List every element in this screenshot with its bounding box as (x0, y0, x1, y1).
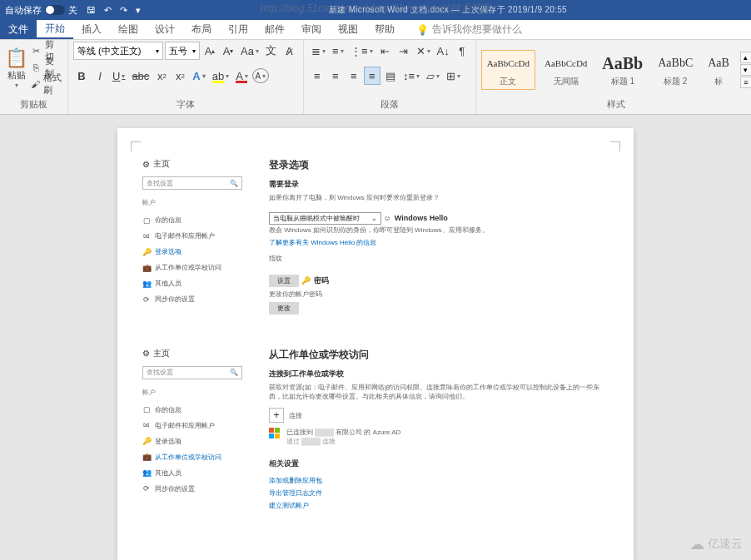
settings-search[interactable]: 查找设置🔍 (142, 176, 242, 190)
enclose-char-button[interactable]: A (252, 68, 269, 83)
settings-search[interactable]: 查找设置🔍 (142, 366, 242, 379)
font-color-button[interactable]: A (233, 67, 251, 85)
nav-sync-settings[interactable]: ⟳同步你的设置 (142, 481, 251, 497)
related-link-1[interactable]: 添加或删除应用包 (269, 476, 322, 485)
superscript-button[interactable]: x2 (172, 67, 188, 85)
scroll-down-icon[interactable]: ▾ (740, 64, 751, 76)
tell-me-input[interactable]: 💡告诉我你想要做什么 (408, 20, 530, 39)
sort-button[interactable]: A↓ (435, 42, 452, 60)
text-effects-button[interactable]: A (190, 67, 207, 85)
chevron-down-icon: ▾ (192, 47, 196, 55)
related-settings-heading: 相关设置 (269, 458, 609, 469)
connected-label: 已连接到 (286, 429, 313, 436)
distribute-button[interactable]: ▤ (382, 67, 399, 85)
group-styles: AaBbCcDd正文 AaBbCcDd无间隔 AaBb标题 1 AaBbC标题 … (476, 40, 751, 114)
tab-insert[interactable]: 插入 (73, 20, 110, 39)
connected-account-row[interactable]: 已连接到 ████ 有限公司 的 Azure AD 通过 ████ 连接 (269, 428, 609, 446)
tab-help[interactable]: 帮助 (366, 20, 403, 39)
nav-access-work[interactable]: 💼从工作单位或学校访问 (142, 260, 251, 275)
nav-your-info[interactable]: ▢你的信息 (142, 402, 251, 418)
line-spacing-button[interactable]: ↕≡ (400, 67, 422, 85)
redo-icon[interactable]: ↷ (116, 5, 132, 16)
align-right-button[interactable]: ≡ (346, 67, 362, 85)
fingerprint-setup-button[interactable]: 设置 (269, 275, 299, 287)
style-normal[interactable]: AaBbCcDd正文 (481, 50, 535, 90)
require-signin-select[interactable]: 当电脑从睡眠模式中被唤醒时⌄ (269, 212, 381, 225)
tab-references[interactable]: 引用 (220, 20, 256, 39)
document-area[interactable]: ⚙主页 查找设置🔍 帐户 ▢你的信息 ✉电子邮件和应用帐户 🔑登录选项 💼从工作… (0, 115, 751, 560)
undo-icon[interactable]: ↶ (100, 5, 116, 16)
highlight-button[interactable]: ab (210, 67, 231, 85)
font-family-select[interactable]: 等线 (中文正文)▾ (73, 42, 163, 60)
person-icon: ▢ (142, 405, 151, 414)
tab-mailings[interactable]: 邮件 (256, 20, 293, 39)
style-title[interactable]: AaB标 (702, 50, 735, 90)
tab-view[interactable]: 视图 (330, 20, 366, 39)
hello-learn-more-link[interactable]: 了解更多有关 Windows Hello 的信息 (269, 238, 376, 247)
nav-your-info[interactable]: ▢你的信息 (142, 212, 251, 228)
bold-button[interactable]: B (73, 67, 90, 85)
align-left-button[interactable]: ≡ (309, 67, 326, 85)
nav-access-work[interactable]: 💼从工作单位或学校访问 (142, 449, 251, 465)
scroll-up-icon[interactable]: ▴ (740, 52, 751, 63)
italic-button[interactable]: I (92, 67, 108, 85)
change-case-button[interactable]: Aa (238, 42, 261, 60)
related-link-3[interactable]: 建立测试帐户 (269, 501, 309, 510)
show-marks-button[interactable]: ¶ (454, 42, 470, 60)
tab-home[interactable]: 开始 (37, 20, 73, 39)
home-label: 主页 (153, 158, 170, 170)
nav-label: 登录选项 (155, 437, 182, 446)
nav-sync-settings[interactable]: ⟳同步你的设置 (142, 291, 251, 307)
expand-gallery-icon[interactable]: ≡ (740, 77, 751, 88)
autosave-toggle[interactable]: 自动保存 关 (0, 4, 82, 17)
increase-indent-button[interactable]: ⇥ (395, 42, 412, 60)
nav-other-users[interactable]: 👥其他人员 (142, 465, 251, 481)
save-icon[interactable]: 🖫 (82, 5, 100, 15)
paste-button[interactable]: 📋 粘贴 ▾ (5, 42, 27, 95)
justify-button[interactable]: ≡ (364, 67, 380, 85)
nav-other-users[interactable]: 👥其他人员 (142, 275, 251, 291)
subscript-button[interactable]: x2 (153, 67, 170, 85)
nav-signin-options[interactable]: 🔑登录选项 (142, 244, 251, 260)
add-connection-button[interactable]: + (269, 408, 284, 423)
shading-button[interactable]: ▱ (424, 67, 442, 85)
autosave-label: 自动保存 (5, 4, 42, 17)
borders-button[interactable]: ⊞ (444, 67, 463, 85)
nav-signin-options[interactable]: 🔑登录选项 (142, 434, 251, 449)
numbering-button[interactable]: ≡ (330, 42, 346, 60)
text-direction-button[interactable]: ✕ (414, 42, 433, 60)
multilevel-list-button[interactable]: ⋮≡ (348, 42, 376, 60)
tab-review[interactable]: 审阅 (293, 20, 330, 39)
style-no-spacing[interactable]: AaBbCcDd无间隔 (539, 50, 593, 90)
grow-font-button[interactable]: A▴ (201, 42, 218, 60)
bullets-button[interactable]: ≣ (309, 42, 328, 60)
align-center-button[interactable]: ≡ (327, 67, 344, 85)
font-size-select[interactable]: 五号▾ (165, 42, 200, 60)
tab-file[interactable]: 文件 (0, 20, 37, 39)
format-painter-button[interactable]: 🖌格式刷 (31, 77, 62, 92)
tab-layout[interactable]: 布局 (183, 20, 220, 39)
style-heading2[interactable]: AaBbC标题 2 (652, 50, 699, 90)
password-change-button[interactable]: 更改 (269, 302, 299, 315)
settings-screenshot-1: ⚙主页 查找设置🔍 帐户 ▢你的信息 ✉电子邮件和应用帐户 🔑登录选项 💼从工作… (142, 158, 609, 315)
strikethrough-button[interactable]: abc (129, 67, 152, 85)
tab-design[interactable]: 设计 (147, 20, 183, 39)
settings-home[interactable]: ⚙主页 (142, 348, 251, 359)
clear-formatting-button[interactable]: A̷ (281, 42, 298, 60)
style-preview: AaB (708, 52, 729, 74)
shrink-font-button[interactable]: A▾ (220, 42, 236, 60)
microsoft-logo-icon (269, 428, 280, 439)
related-link-2[interactable]: 导出管理日志文件 (269, 488, 322, 498)
settings-home[interactable]: ⚙主页 (142, 158, 251, 170)
decrease-indent-button[interactable]: ⇤ (377, 42, 394, 60)
group-label-styles: 样式 (481, 98, 751, 112)
underline-button[interactable]: U (110, 67, 127, 85)
phonetic-guide-button[interactable]: 文 (263, 42, 280, 60)
mail-icon: ✉ (142, 232, 151, 240)
style-heading1[interactable]: AaBb标题 1 (596, 50, 649, 90)
nav-email-accounts[interactable]: ✉电子邮件和应用帐户 (142, 418, 251, 434)
tab-draw[interactable]: 绘图 (110, 20, 147, 39)
clipboard-icon: 📋 (5, 47, 27, 69)
nav-email-accounts[interactable]: ✉电子邮件和应用帐户 (142, 228, 251, 244)
qat-more-icon[interactable]: ▾ (132, 5, 145, 16)
